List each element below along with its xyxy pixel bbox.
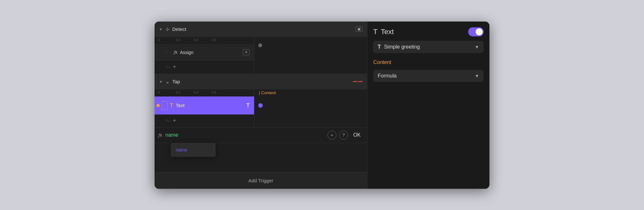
assign-dashes: - - - [164,50,171,55]
tap-ruler-area: | Content [254,89,367,127]
greeting-label: Simple greeting [384,44,471,50]
add-trigger-label: Add Trigger [248,178,273,183]
tap-ruler-06: 0.6 [212,91,230,96]
detect-label: Detect [172,26,186,32]
text-label: Text [176,103,244,108]
formula-input[interactable]: name [166,132,324,138]
text-t-right-icon: T [246,103,250,108]
right-header: T Text [373,27,484,36]
text-row-dashes [162,101,167,110]
tap-ruler-02: 0.2 [176,91,194,96]
formula-actions: + ? OK [327,131,363,140]
detect-block: ▼ ⊹ Detect ▣ 0 0.2 0.4 0.6 [155,22,367,74]
ruler-label-04: 0.4 [194,38,212,43]
formula-add-btn[interactable]: + [327,131,336,140]
detect-header-left: ▼ ⊹ Detect [159,26,353,32]
detect-add-plus-btn[interactable]: + [173,64,176,70]
formula-fx-icon: 𝑓x [158,132,162,138]
tap-timeline-area: 0 0.2 0.4 0.6 T Text T └ [155,89,367,127]
main-container: ▼ ⊹ Detect ▣ 0 0.2 0.4 0.6 [155,22,489,189]
tap-add-plus-btn[interactable]: + [173,117,176,124]
detect-chevron-icon: ▼ [159,27,163,31]
tap-header[interactable]: ▼ ⌄ Tap [155,74,367,89]
detect-badge: ▣ [355,26,363,32]
tap-label: Tap [172,79,180,84]
assign-label: Assign [180,50,240,55]
text-row-orange-dot [156,104,160,107]
formula-type-dropdown[interactable]: Formula ▼ [373,70,484,82]
detect-add-line: └─ [165,65,171,69]
tap-header-left: ▼ ⌄ Tap [159,79,350,85]
detect-ruler: 0 0.2 0.4 0.6 [155,37,254,44]
ruler-label-02: 0.2 [176,38,194,43]
autocomplete-item-name[interactable]: name [171,145,216,155]
right-title-label: Text [381,28,393,36]
assign-icon: 𝑓x [174,50,177,55]
formula-area: 𝑓x name + ? OK name [155,127,367,143]
tap-ruler-04: 0.4 [194,91,212,96]
ruler-label-0: 0 [158,38,176,43]
detect-ruler-area [254,37,367,74]
left-panel: ▼ ⊹ Detect ▣ 0 0.2 0.4 0.6 [155,22,367,189]
tap-block: ▼ ⌄ Tap 0 0.2 0.4 0.6 [155,74,367,143]
content-section-label: Content [373,58,484,65]
right-title-t-icon: T [373,28,377,36]
tap-add-row: └─ + [155,114,254,127]
toggle-switch[interactable] [468,27,484,36]
tap-badge-line-1 [353,81,357,82]
tap-timeline-dot [258,103,263,108]
tap-ruler: 0 0.2 0.4 0.6 [155,89,254,96]
detect-timeline-dot [258,43,262,47]
tap-badge-line-2 [358,81,363,82]
greeting-chevron-icon: ▼ [475,44,479,50]
detect-dot-area [254,37,367,54]
detect-add-row: └─ + [155,61,254,74]
assign-row[interactable]: - - - 𝑓x Assign ✕ [155,44,254,61]
tap-chevron-icon: ▼ [159,80,163,84]
detect-timeline-area: 0 0.2 0.4 0.6 - - - 𝑓x Assign ✕ [155,37,367,74]
greeting-t-icon: T [378,44,381,50]
ruler-label-06: 0.6 [212,38,230,43]
formula-dropdown-chevron-icon: ▼ [475,73,479,78]
detect-node-area: 0 0.2 0.4 0.6 - - - 𝑓x Assign ✕ [155,37,254,74]
tap-icon: ⌄ [166,79,170,85]
tap-dot-area [254,96,367,114]
tap-badge [353,81,363,82]
formula-dropdown-label: Formula [378,73,471,79]
detect-icon: ⊹ [166,26,170,32]
detect-header[interactable]: ▼ ⊹ Detect ▣ [155,22,367,37]
tap-add-line: └─ [165,118,171,123]
tap-ruler-0: 0 [158,91,176,96]
greeting-dropdown[interactable]: T Simple greeting ▼ [373,41,484,53]
formula-help-btn[interactable]: ? [339,131,348,140]
assign-x-badge: ✕ [243,49,250,55]
tap-node-area: 0 0.2 0.4 0.6 T Text T └ [155,89,254,127]
right-header-left: T Text [373,28,394,36]
toggle-knob [476,28,483,35]
formula-ok-btn[interactable]: OK [351,131,363,139]
text-t-icon: T [170,103,173,108]
autocomplete-dropdown: name [171,143,216,157]
add-trigger-bar[interactable]: Add Trigger [155,172,367,189]
right-panel: T Text T Simple greeting ▼ Content Formu… [367,22,489,189]
text-row[interactable]: T Text T [155,96,254,114]
formula-row: 𝑓x name + ? OK [155,127,367,143]
